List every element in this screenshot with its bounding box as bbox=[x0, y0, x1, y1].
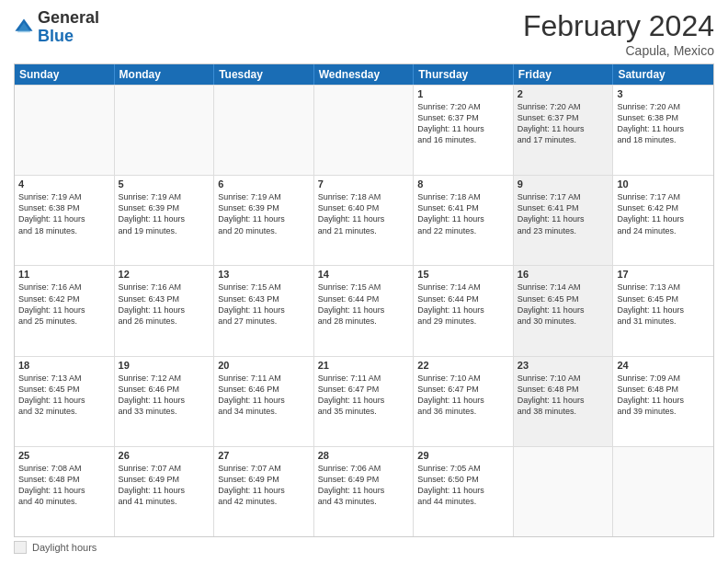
day-header-monday: Monday bbox=[115, 64, 215, 85]
cell-info: Sunrise: 7:14 AM Sunset: 6:44 PM Dayligh… bbox=[417, 282, 509, 327]
calendar-week-1: 1Sunrise: 7:20 AM Sunset: 6:37 PM Daylig… bbox=[15, 85, 713, 175]
calendar-cell-10: 10Sunrise: 7:17 AM Sunset: 6:42 PM Dayli… bbox=[613, 176, 713, 265]
day-number: 15 bbox=[417, 269, 509, 280]
day-header-wednesday: Wednesday bbox=[314, 64, 415, 85]
day-number: 26 bbox=[119, 450, 210, 461]
day-number: 21 bbox=[318, 360, 410, 371]
cell-info: Sunrise: 7:18 AM Sunset: 6:40 PM Dayligh… bbox=[318, 191, 410, 236]
calendar-week-3: 11Sunrise: 7:16 AM Sunset: 6:42 PM Dayli… bbox=[15, 265, 713, 355]
day-number: 14 bbox=[318, 269, 410, 280]
day-number: 9 bbox=[518, 178, 609, 190]
calendar-cell-11: 11Sunrise: 7:16 AM Sunset: 6:42 PM Dayli… bbox=[15, 266, 115, 355]
cell-info: Sunrise: 7:10 AM Sunset: 6:47 PM Dayligh… bbox=[417, 373, 509, 418]
calendar-cell-4: 4Sunrise: 7:19 AM Sunset: 6:38 PM Daylig… bbox=[15, 176, 115, 265]
day-number: 24 bbox=[617, 360, 710, 371]
calendar-cell-empty bbox=[115, 86, 215, 175]
cell-info: Sunrise: 7:05 AM Sunset: 6:50 PM Dayligh… bbox=[417, 463, 509, 508]
calendar-week-4: 18Sunrise: 7:13 AM Sunset: 6:45 PM Dayli… bbox=[15, 356, 713, 446]
day-number: 13 bbox=[218, 269, 310, 280]
day-number: 10 bbox=[617, 178, 710, 190]
calendar-body: 1Sunrise: 7:20 AM Sunset: 6:37 PM Daylig… bbox=[15, 85, 713, 536]
calendar-cell-20: 20Sunrise: 7:11 AM Sunset: 6:46 PM Dayli… bbox=[214, 357, 314, 446]
day-number: 3 bbox=[617, 88, 710, 99]
calendar-cell-3: 3Sunrise: 7:20 AM Sunset: 6:38 PM Daylig… bbox=[613, 86, 713, 175]
day-header-saturday: Saturday bbox=[613, 64, 713, 85]
cell-info: Sunrise: 7:20 AM Sunset: 6:37 PM Dayligh… bbox=[518, 101, 609, 146]
day-number: 28 bbox=[318, 450, 410, 461]
cell-info: Sunrise: 7:20 AM Sunset: 6:38 PM Dayligh… bbox=[617, 101, 710, 146]
calendar-cell-8: 8Sunrise: 7:18 AM Sunset: 6:41 PM Daylig… bbox=[414, 176, 514, 265]
day-number: 11 bbox=[18, 269, 110, 280]
calendar-cell-26: 26Sunrise: 7:07 AM Sunset: 6:49 PM Dayli… bbox=[115, 447, 215, 536]
calendar-cell-22: 22Sunrise: 7:10 AM Sunset: 6:47 PM Dayli… bbox=[414, 357, 514, 446]
day-number: 1 bbox=[417, 88, 509, 99]
calendar-cell-28: 28Sunrise: 7:06 AM Sunset: 6:49 PM Dayli… bbox=[314, 447, 415, 536]
header: General Blue February 2024 Capula, Mexic… bbox=[14, 9, 714, 58]
calendar-header-row: SundayMondayTuesdayWednesdayThursdayFrid… bbox=[15, 64, 713, 85]
day-number: 5 bbox=[119, 178, 210, 190]
day-header-friday: Friday bbox=[514, 64, 614, 85]
day-header-tuesday: Tuesday bbox=[214, 64, 314, 85]
calendar-week-2: 4Sunrise: 7:19 AM Sunset: 6:38 PM Daylig… bbox=[15, 175, 713, 265]
cell-info: Sunrise: 7:17 AM Sunset: 6:41 PM Dayligh… bbox=[518, 191, 609, 236]
calendar-cell-empty bbox=[15, 86, 115, 175]
cell-info: Sunrise: 7:08 AM Sunset: 6:48 PM Dayligh… bbox=[18, 463, 110, 508]
calendar: SundayMondayTuesdayWednesdayThursdayFrid… bbox=[14, 63, 714, 537]
day-number: 20 bbox=[218, 360, 310, 371]
logo-text: General Blue bbox=[38, 9, 99, 46]
cell-info: Sunrise: 7:13 AM Sunset: 6:45 PM Dayligh… bbox=[617, 282, 710, 327]
cell-info: Sunrise: 7:12 AM Sunset: 6:46 PM Dayligh… bbox=[119, 373, 210, 418]
day-number: 23 bbox=[518, 360, 609, 371]
cell-info: Sunrise: 7:16 AM Sunset: 6:43 PM Dayligh… bbox=[119, 282, 210, 327]
day-header-thursday: Thursday bbox=[414, 64, 514, 85]
cell-info: Sunrise: 7:11 AM Sunset: 6:46 PM Dayligh… bbox=[218, 373, 310, 418]
cell-info: Sunrise: 7:16 AM Sunset: 6:42 PM Dayligh… bbox=[18, 282, 110, 327]
cell-info: Sunrise: 7:06 AM Sunset: 6:49 PM Dayligh… bbox=[318, 463, 410, 508]
title-block: February 2024 Capula, Mexico bbox=[523, 9, 714, 58]
calendar-cell-14: 14Sunrise: 7:15 AM Sunset: 6:44 PM Dayli… bbox=[314, 266, 415, 355]
calendar-cell-12: 12Sunrise: 7:16 AM Sunset: 6:43 PM Dayli… bbox=[115, 266, 215, 355]
calendar-cell-15: 15Sunrise: 7:14 AM Sunset: 6:44 PM Dayli… bbox=[414, 266, 514, 355]
day-number: 12 bbox=[119, 269, 210, 280]
cell-info: Sunrise: 7:15 AM Sunset: 6:43 PM Dayligh… bbox=[218, 282, 310, 327]
calendar-cell-17: 17Sunrise: 7:13 AM Sunset: 6:45 PM Dayli… bbox=[613, 266, 713, 355]
cell-info: Sunrise: 7:13 AM Sunset: 6:45 PM Dayligh… bbox=[18, 373, 110, 418]
daylight-label: Daylight hours bbox=[32, 542, 97, 553]
day-number: 27 bbox=[218, 450, 310, 461]
cell-info: Sunrise: 7:09 AM Sunset: 6:48 PM Dayligh… bbox=[617, 373, 710, 418]
cell-info: Sunrise: 7:15 AM Sunset: 6:44 PM Dayligh… bbox=[318, 282, 410, 327]
day-number: 17 bbox=[617, 269, 710, 280]
cell-info: Sunrise: 7:18 AM Sunset: 6:41 PM Dayligh… bbox=[417, 191, 509, 236]
day-number: 7 bbox=[318, 178, 410, 190]
calendar-cell-2: 2Sunrise: 7:20 AM Sunset: 6:37 PM Daylig… bbox=[514, 86, 614, 175]
calendar-cell-18: 18Sunrise: 7:13 AM Sunset: 6:45 PM Dayli… bbox=[15, 357, 115, 446]
day-number: 19 bbox=[119, 360, 210, 371]
cell-info: Sunrise: 7:14 AM Sunset: 6:45 PM Dayligh… bbox=[518, 282, 609, 327]
cell-info: Sunrise: 7:19 AM Sunset: 6:38 PM Dayligh… bbox=[18, 191, 110, 236]
day-number: 8 bbox=[417, 178, 509, 190]
calendar-cell-24: 24Sunrise: 7:09 AM Sunset: 6:48 PM Dayli… bbox=[613, 357, 713, 446]
day-number: 22 bbox=[417, 360, 509, 371]
calendar-cell-6: 6Sunrise: 7:19 AM Sunset: 6:39 PM Daylig… bbox=[214, 176, 314, 265]
logo-general-text: General bbox=[38, 8, 99, 27]
cell-info: Sunrise: 7:17 AM Sunset: 6:42 PM Dayligh… bbox=[617, 191, 710, 236]
calendar-cell-29: 29Sunrise: 7:05 AM Sunset: 6:50 PM Dayli… bbox=[414, 447, 514, 536]
calendar-cell-1: 1Sunrise: 7:20 AM Sunset: 6:37 PM Daylig… bbox=[414, 86, 514, 175]
month-title: February 2024 bbox=[523, 9, 714, 43]
calendar-week-5: 25Sunrise: 7:08 AM Sunset: 6:48 PM Dayli… bbox=[15, 446, 713, 536]
calendar-cell-5: 5Sunrise: 7:19 AM Sunset: 6:39 PM Daylig… bbox=[115, 176, 215, 265]
cell-info: Sunrise: 7:19 AM Sunset: 6:39 PM Dayligh… bbox=[218, 191, 310, 236]
daylight-box-icon bbox=[14, 541, 27, 554]
calendar-cell-empty bbox=[514, 447, 614, 536]
calendar-cell-27: 27Sunrise: 7:07 AM Sunset: 6:49 PM Dayli… bbox=[214, 447, 314, 536]
calendar-cell-9: 9Sunrise: 7:17 AM Sunset: 6:41 PM Daylig… bbox=[514, 176, 614, 265]
page: General Blue February 2024 Capula, Mexic… bbox=[0, 0, 728, 563]
cell-info: Sunrise: 7:07 AM Sunset: 6:49 PM Dayligh… bbox=[119, 463, 210, 508]
day-number: 25 bbox=[18, 450, 110, 461]
cell-info: Sunrise: 7:19 AM Sunset: 6:39 PM Dayligh… bbox=[119, 191, 210, 236]
calendar-cell-23: 23Sunrise: 7:10 AM Sunset: 6:48 PM Dayli… bbox=[514, 357, 614, 446]
logo-blue-text: Blue bbox=[38, 27, 74, 45]
calendar-cell-7: 7Sunrise: 7:18 AM Sunset: 6:40 PM Daylig… bbox=[314, 176, 415, 265]
logo-icon bbox=[14, 17, 34, 38]
calendar-cell-13: 13Sunrise: 7:15 AM Sunset: 6:43 PM Dayli… bbox=[214, 266, 314, 355]
